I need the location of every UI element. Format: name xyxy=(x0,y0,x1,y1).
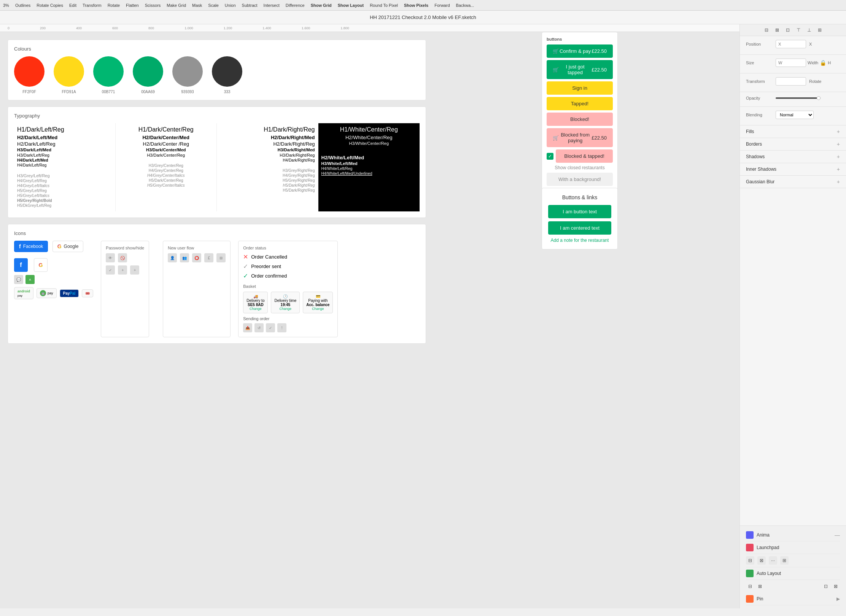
plugin-sub-2[interactable]: ⊠ xyxy=(756,582,764,591)
menu-union[interactable]: Union xyxy=(225,3,236,8)
with-background-button[interactable]: With a background! xyxy=(547,173,613,186)
menu-rotate-copies[interactable]: Rotate Copies xyxy=(37,3,63,8)
blocked-button[interactable]: Blocked! xyxy=(547,113,613,126)
plugin-action-2[interactable]: ⊠ xyxy=(757,556,766,565)
borders-label: Borders xyxy=(746,141,762,147)
pin-icon xyxy=(746,595,754,603)
position-x-input[interactable] xyxy=(776,40,806,48)
lock-icon[interactable]: 🔒 xyxy=(820,60,826,66)
menu-difference[interactable]: Difference xyxy=(286,3,305,8)
show-closed-button[interactable]: Show closed restaurants xyxy=(547,163,613,173)
menu-outlines[interactable]: Outlines xyxy=(15,3,30,8)
fills-header[interactable]: Fills + xyxy=(740,125,846,138)
menu-forward[interactable]: Forward xyxy=(434,3,450,8)
menu-show-pixels[interactable]: Show Pixels xyxy=(404,3,428,8)
basket-label: Basket xyxy=(243,284,333,289)
google-simple-button[interactable]: G xyxy=(34,258,48,272)
align-right-icon[interactable]: ⊡ xyxy=(784,26,792,34)
typo-h1-center: H1/Dark/Center/Reg xyxy=(119,126,214,133)
secondary-button[interactable]: I am centered text xyxy=(548,221,611,235)
typo-h2-white: H2/White/Center/Reg xyxy=(321,135,417,140)
inner-shadows-header[interactable]: Inner Shadows + xyxy=(740,163,846,176)
menu-mask[interactable]: Mask xyxy=(192,3,202,8)
basket-time-action[interactable]: Change xyxy=(274,307,296,311)
typo-col-right: H1/Dark/Right/Reg H2/Dark/Right/Med H2/D… xyxy=(217,123,318,211)
eye-off-icon[interactable]: 🚫 xyxy=(118,253,127,262)
tapped-yellow-button[interactable]: Tapped! xyxy=(547,97,613,110)
plugin-sub-1[interactable]: ⊟ xyxy=(746,582,754,591)
primary-button[interactable]: I am button text xyxy=(548,205,611,218)
inner-shadows-add-icon[interactable]: + xyxy=(837,166,840,172)
basket-delivery-action[interactable]: Change xyxy=(246,307,264,311)
menu-rotate[interactable]: Rotate xyxy=(108,3,120,8)
document-title: HH 20171221 Checkout 2.0 Mobile v6 EF.sk… xyxy=(370,14,476,20)
anima-collapse-icon[interactable]: — xyxy=(835,532,840,538)
plugin-action-1[interactable]: ⊟ xyxy=(746,556,754,565)
borders-header[interactable]: Borders + xyxy=(740,138,846,151)
menu-transform[interactable]: Transform xyxy=(83,3,102,8)
android-pay-label2: pay xyxy=(48,291,53,295)
fills-add-icon[interactable]: + xyxy=(837,129,840,135)
eye-icon[interactable]: 👁 xyxy=(106,253,115,262)
google-label: Google xyxy=(64,244,79,249)
align-bottom-icon[interactable]: ⊞ xyxy=(816,26,824,34)
menu-make-grid[interactable]: Make Grid xyxy=(167,3,186,8)
align-left-icon[interactable]: ⊟ xyxy=(762,26,771,34)
menu-intersect[interactable]: Intersect xyxy=(264,3,280,8)
align-top-icon[interactable]: ⊤ xyxy=(794,26,803,34)
menu-subtract[interactable]: Subtract xyxy=(242,3,258,8)
typo-h3-white-left: H3/White/Left/Med xyxy=(321,161,417,166)
confirm-pay-button[interactable]: 🛒 Confirm & pay £22.50 xyxy=(547,44,613,58)
typo-h5-darkgrey-left: H5/DkGrey/Left/Reg xyxy=(17,203,112,208)
canvas[interactable]: 0 200 400 600 800 1.000 1.200 1.400 1.60… xyxy=(0,24,739,608)
menu-scissors[interactable]: Scissors xyxy=(145,3,161,8)
preorder-icon: ✓ xyxy=(243,263,248,270)
facebook-full-button[interactable]: f Facebook xyxy=(14,241,48,252)
with-background-label: With a background! xyxy=(558,176,601,182)
shadows-add-icon[interactable]: + xyxy=(837,154,840,160)
ruler-0: 0 xyxy=(8,26,10,30)
menu-show-grid[interactable]: Show Grid xyxy=(311,3,332,8)
google-full-button[interactable]: G Google xyxy=(52,241,84,252)
sign-in-button[interactable]: Sign in xyxy=(547,81,613,95)
tapped-button[interactable]: 🛒 I just got tapped £22.50 xyxy=(547,60,613,79)
transform-input[interactable] xyxy=(776,77,806,86)
checkbox-checked[interactable]: ✓ xyxy=(547,153,553,160)
ruler-200: 200 xyxy=(40,26,46,30)
gaussian-blur-header[interactable]: Gaussian Blur + xyxy=(740,176,846,188)
plugin-sub-4[interactable]: ⊠ xyxy=(832,582,840,591)
typo-h5-grey-italics-right: H5/Dark/Right/Reg xyxy=(220,183,315,187)
blocked-paying-button[interactable]: 🛒 Blocked from paying £22.50 xyxy=(547,128,613,147)
ruler-400: 400 xyxy=(76,26,82,30)
basket-payment-action[interactable]: Change xyxy=(306,307,329,311)
plugin-action-4[interactable]: ⊞ xyxy=(780,556,789,565)
plugin-sub-3[interactable]: ⊡ xyxy=(822,582,830,591)
pin-expand-icon[interactable]: ▶ xyxy=(836,596,840,602)
menu-round-to-pixel[interactable]: Round To Pixel xyxy=(370,3,398,8)
opacity-thumb[interactable] xyxy=(817,96,821,100)
facebook-simple-button[interactable]: f xyxy=(14,258,28,272)
auto-layout-icon xyxy=(746,570,754,577)
restaurant-note-label: Add a note for the restaurant xyxy=(551,238,609,243)
icons-title: Icons xyxy=(14,230,420,236)
shadows-header[interactable]: Shadows + xyxy=(740,151,846,163)
menu-scale[interactable]: Scale xyxy=(208,3,219,8)
opacity-slider[interactable] xyxy=(776,97,821,99)
align-center-v-icon[interactable]: ⊥ xyxy=(805,26,813,34)
menu-backward[interactable]: Backwa... xyxy=(456,3,474,8)
android-icon: 🤖 xyxy=(40,290,46,296)
typo-h5-grey-italics-center: H5/Grey/Center/Italics xyxy=(119,183,214,187)
align-center-h-icon[interactable]: ⊠ xyxy=(773,26,781,34)
menu-edit[interactable]: Edit xyxy=(69,3,76,8)
borders-add-icon[interactable]: + xyxy=(837,141,840,147)
blocked-tapped-button[interactable]: Blocked & tapped! xyxy=(556,149,613,163)
width-input[interactable] xyxy=(776,59,806,67)
menu-show-layout[interactable]: Show Layout xyxy=(338,3,364,8)
blending-select[interactable]: Normal xyxy=(776,111,814,119)
plugin-action-3[interactable]: ··· xyxy=(769,556,777,565)
checkout-buttons-panel: buttons 🛒 Confirm & pay £22.50 🛒 I just … xyxy=(542,32,618,193)
typo-h3-med-right: H3/Dark/Right/Med xyxy=(220,148,315,152)
gaussian-blur-add-icon[interactable]: + xyxy=(837,179,840,185)
restaurant-note-link[interactable]: Add a note for the restaurant xyxy=(548,238,611,243)
menu-flatten[interactable]: Flatten xyxy=(126,3,139,8)
